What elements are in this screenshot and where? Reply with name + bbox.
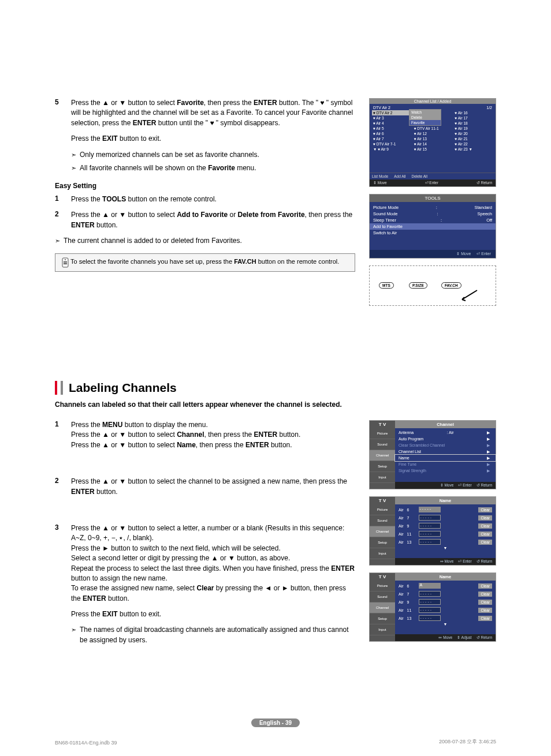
mts-button: MTS <box>379 282 394 289</box>
name-field: - - - - - <box>419 607 441 613</box>
clear-button: Clear <box>478 523 492 529</box>
text: or <box>228 211 237 219</box>
text: : <box>437 211 438 216</box>
list-item-selected: Add to Favorite <box>370 223 496 230</box>
chevron-right-icon: ▶ <box>487 450 490 454</box>
text: button to exit. <box>118 134 161 143</box>
text: Add All <box>394 174 405 178</box>
list-item: Air13- - - - -Clear <box>395 538 496 546</box>
list-item: ♥ Air 6 <box>372 131 412 136</box>
clear-button: Clear <box>478 540 492 545</box>
step-body: Press the TOOLS button on the remote con… <box>71 194 355 204</box>
list-item: ♥ Air 4 <box>372 121 412 126</box>
osd-foot: ⇔ Move ⏎ Enter ↺ Return <box>395 558 496 565</box>
updown-icon: ⇕ <box>457 635 461 639</box>
chevron-right-icon: ▶ <box>487 456 490 461</box>
step-number: 3 <box>55 523 71 620</box>
text: ENTER <box>245 441 269 449</box>
text: 7 <box>407 516 415 520</box>
tab-input: Input <box>370 548 395 559</box>
text: Clear <box>196 584 214 592</box>
text: ENTER <box>254 431 278 439</box>
list-item: ♥ DTV Air 11-1 <box>413 126 453 131</box>
step-number: 2 <box>55 477 71 497</box>
enter-icon: ⏎ <box>458 559 463 563</box>
text: 6 <box>407 584 415 588</box>
name-field: - - - - - <box>419 599 441 605</box>
osd-channel-list: Channel List / Added DTV Air 21/2 ♥ DTV … <box>369 98 496 187</box>
text: Antenna <box>399 431 414 435</box>
text: button. <box>269 441 292 449</box>
text: Air <box>399 584 404 588</box>
text: MENU <box>102 421 122 429</box>
text: 13 <box>407 616 415 620</box>
list-item: ♥ Air 3 <box>372 115 412 121</box>
text: Enter <box>463 483 472 487</box>
text: Return <box>481 483 492 487</box>
updown-icon: ⇕ <box>456 252 461 256</box>
page-footer: English - 39 <box>0 718 551 727</box>
list-item: ♥ Air 7 <box>372 136 412 141</box>
text: The current channel is added to or delet… <box>64 236 242 246</box>
text: Channel List <box>399 450 421 454</box>
list-item: ♥ Air 21 <box>453 136 493 141</box>
osd-title: Name <box>395 497 496 504</box>
text: button. <box>95 488 118 496</box>
text: Auto Program <box>399 437 423 441</box>
svg-point-1 <box>65 259 66 260</box>
text: Press the ▲ or ▼ button to select a lett… <box>71 524 344 542</box>
text: Air 21 <box>458 137 468 141</box>
text: button. <box>277 431 300 439</box>
tab-setup: Setup <box>370 537 395 548</box>
list-item: Sound Mode:Speech <box>373 211 492 217</box>
text: : <box>436 205 437 210</box>
text: " symbol disappears. <box>214 119 280 127</box>
text: Favorite <box>177 99 204 107</box>
easy-setting-heading: Easy Setting <box>55 182 355 190</box>
text: Air <box>399 616 404 620</box>
list-item: Fine Tune▶ <box>395 461 496 467</box>
text: DTV Air 2 <box>377 111 393 115</box>
text: Air <box>399 592 404 596</box>
arrow-icon: ➣ <box>71 163 76 174</box>
text: Air <box>399 540 404 544</box>
text: Favorite <box>208 164 235 172</box>
text: button to exit. <box>118 610 161 618</box>
text: Off <box>486 218 492 223</box>
text: Press the <box>71 134 102 143</box>
osd-title: TOOLS <box>370 194 496 202</box>
text: Delete All <box>411 174 427 178</box>
osd-channel-menu: T V Picture Sound Channel Setup Input Ch… <box>369 420 496 489</box>
text: 9 <box>407 524 415 528</box>
tab-input: Input <box>370 472 395 483</box>
step-2: 2 Press the ▲ or ▼ button to select Add … <box>55 210 355 230</box>
text: Sound Mode <box>373 211 398 216</box>
text: Air 17 <box>458 116 468 120</box>
text: Air <box>399 524 404 528</box>
text: button on the remote control. <box>126 195 217 203</box>
name-field: - - - - - <box>419 539 441 545</box>
tab-channel: Channel <box>370 526 395 537</box>
text: FAV.CH <box>234 258 256 265</box>
text: , then press the <box>204 431 254 439</box>
list-item: ♥ DTV Air 7-1 <box>372 141 412 147</box>
list-item: ♥ Air 15 <box>413 147 453 152</box>
text: Air <box>399 608 404 612</box>
text: menu. <box>235 164 256 172</box>
text: Air 14 <box>417 142 427 146</box>
text: Press the <box>71 195 102 203</box>
list-item: ♥ Air 14 <box>413 141 453 147</box>
text: Air 6 <box>376 132 384 136</box>
favch-button: FAV.CH <box>441 282 461 289</box>
text: TOOLS <box>102 195 126 203</box>
text: Only memorized channels can be set as fa… <box>80 150 259 160</box>
chevron-right-icon: ▶ <box>487 437 490 441</box>
clear-button: Clear <box>478 592 492 597</box>
chevron-right-icon: ▶ <box>487 443 490 448</box>
enter-icon: ⏎ <box>458 483 463 487</box>
text: Watch <box>409 110 441 115</box>
text: : Air <box>447 431 454 435</box>
name-field: - - - - - <box>419 615 441 621</box>
tab-sound: Sound <box>370 439 395 450</box>
text: Air 13 <box>417 137 427 141</box>
